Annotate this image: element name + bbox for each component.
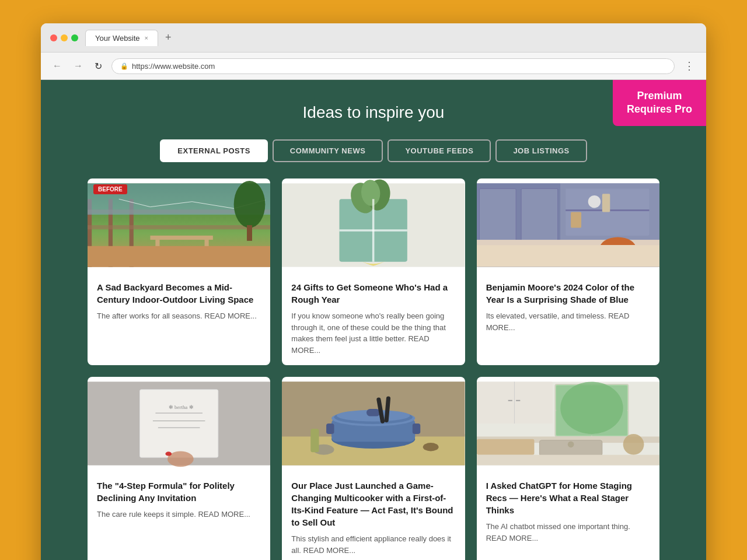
browser-menu-icon[interactable]: ⋮: [682, 57, 697, 75]
article-image: [477, 178, 659, 272]
page-title: Ideas to inspire you: [88, 103, 659, 122]
article-body: 24 Gifts to Get Someone Who's Had a Roug…: [282, 272, 465, 365]
tab-title: Your Website: [95, 34, 140, 43]
article-excerpt: If you know someone who's really been go…: [291, 310, 455, 356]
articles-grid: BEFORE A Sad Backyard Becomes a Mid-Cent…: [88, 178, 659, 560]
svg-rect-32: [477, 245, 659, 267]
article-card[interactable]: Benjamin Moore's 2024 Color of the Year …: [477, 178, 659, 365]
article-title: The "4-Step Formula" for Politely Declin…: [97, 480, 261, 504]
svg-rect-10: [88, 246, 270, 267]
tab-close-icon[interactable]: ×: [145, 34, 148, 41]
new-tab-button[interactable]: +: [160, 29, 176, 46]
premium-badge[interactable]: Premium Requires Pro: [613, 80, 706, 126]
minimize-button[interactable]: [61, 34, 68, 41]
svg-point-11: [234, 181, 266, 228]
article-excerpt: The after works for all seasons. READ MO…: [97, 310, 261, 322]
tab-external-posts[interactable]: EXTERNAL POSTS: [160, 139, 268, 162]
article-excerpt: The care rule keeps it simple. READ MORE…: [97, 509, 261, 520]
svg-rect-50: [366, 409, 380, 416]
article-card[interactable]: I Asked ChatGPT for Home Staging Recs — …: [477, 377, 659, 560]
article-title: Our Place Just Launched a Game-Changing …: [291, 480, 455, 528]
article-excerpt: The AI chatbot missed one important thin…: [486, 521, 650, 544]
article-body: Benjamin Moore's 2024 Color of the Year …: [477, 272, 659, 342]
refresh-button[interactable]: ↻: [92, 58, 104, 74]
article-image: ✻ bertha ✻: [88, 377, 270, 470]
tab-job-listings[interactable]: JOB LISTINGS: [495, 139, 587, 162]
svg-point-41: [165, 452, 172, 456]
article-title: I Asked ChatGPT for Home Staging Recs — …: [486, 480, 650, 516]
forward-button[interactable]: →: [71, 58, 85, 74]
back-button[interactable]: ←: [50, 58, 64, 74]
svg-text:✻ bertha ✻: ✻ bertha ✻: [169, 404, 194, 410]
tab-bar: Your Website × +: [85, 29, 697, 46]
svg-rect-35: [140, 390, 218, 457]
article-image: BEFORE: [88, 178, 270, 272]
svg-rect-23: [479, 188, 516, 241]
browser-window: Your Website × + ← → ↻ 🔒 https://www.web…: [41, 23, 706, 560]
article-image: [282, 178, 465, 272]
article-card[interactable]: 24 Gifts to Get Someone Who's Had a Roug…: [282, 178, 465, 365]
svg-rect-67: [516, 400, 520, 401]
article-title: A Sad Backyard Becomes a Mid-Century Ind…: [97, 281, 261, 306]
svg-point-63: [560, 382, 623, 434]
article-image: [282, 377, 465, 470]
premium-line1: Premium: [627, 89, 692, 103]
article-body: I Asked ChatGPT for Home Staging Recs — …: [477, 470, 659, 553]
svg-rect-5: [88, 225, 270, 229]
url-text: https://www.website.com: [132, 62, 215, 71]
content-tabs: EXTERNAL POSTS COMMUNITY NEWS YOUTUBE FE…: [88, 139, 659, 162]
browser-toolbar: ← → ↻ 🔒 https://www.website.com ⋮: [41, 52, 706, 80]
svg-point-72: [623, 434, 644, 455]
article-card[interactable]: ✻ bertha ✻ The "4-Step Formula" for Poli…: [88, 377, 270, 560]
lock-icon: 🔒: [120, 62, 128, 70]
svg-rect-7: [150, 236, 212, 240]
tab-community-news[interactable]: COMMUNITY NEWS: [273, 139, 383, 162]
before-badge: BEFORE: [93, 184, 127, 194]
svg-rect-66: [508, 400, 512, 401]
browser-titlebar: Your Website × +: [41, 23, 706, 52]
article-image: [477, 377, 659, 470]
tab-youtube-feeds[interactable]: YOUTUBE FEEDS: [388, 139, 491, 162]
svg-rect-27: [571, 212, 581, 228]
svg-rect-29: [602, 194, 610, 212]
article-card[interactable]: Our Place Just Launched a Game-Changing …: [282, 377, 465, 560]
article-body: A Sad Backyard Becomes a Mid-Century Ind…: [88, 272, 270, 331]
svg-rect-51: [326, 424, 334, 434]
traffic-lights: [50, 34, 78, 41]
page-content: Premium Requires Pro Ideas to inspire yo…: [41, 80, 706, 560]
svg-rect-24: [521, 188, 558, 241]
svg-point-70: [567, 441, 574, 447]
premium-line2: Requires Pro: [627, 103, 692, 116]
browser-tab[interactable]: Your Website ×: [85, 30, 158, 46]
svg-point-56: [423, 443, 439, 451]
article-body: The "4-Step Formula" for Politely Declin…: [88, 470, 270, 530]
article-excerpt: Its elevated, versatile, and timeless. R…: [486, 310, 650, 333]
close-button[interactable]: [50, 34, 57, 41]
svg-point-28: [588, 195, 600, 208]
address-bar[interactable]: 🔒 https://www.website.com: [111, 58, 675, 74]
article-title: Benjamin Moore's 2024 Color of the Year …: [486, 281, 650, 306]
maximize-button[interactable]: [71, 34, 78, 41]
svg-rect-12: [247, 225, 252, 241]
article-title: 24 Gifts to Get Someone Who's Had a Roug…: [291, 281, 455, 306]
svg-rect-73: [477, 455, 659, 466]
article-excerpt: This stylish and efficient appliance rea…: [291, 533, 455, 556]
svg-rect-71: [477, 439, 534, 455]
svg-rect-57: [311, 429, 319, 452]
svg-rect-52: [413, 424, 420, 434]
article-card[interactable]: BEFORE A Sad Backyard Becomes a Mid-Cent…: [88, 178, 270, 365]
article-body: Our Place Just Launched a Game-Changing …: [282, 470, 465, 560]
